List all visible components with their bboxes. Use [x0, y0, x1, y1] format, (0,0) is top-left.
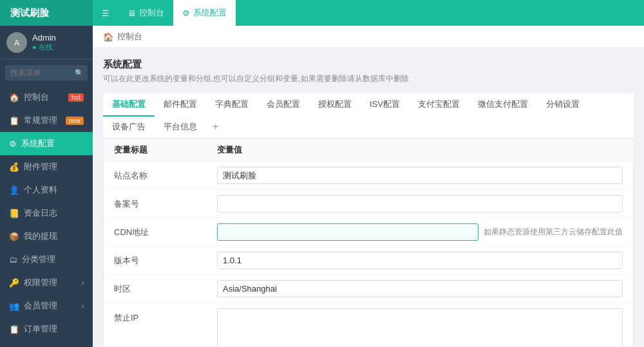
tab-member-config[interactable]: 会员配置: [258, 93, 309, 117]
form-field-cdn: 如果静态资源使用第三方云储存配置此值: [217, 223, 623, 241]
form-label-sitename: 站点名称: [114, 170, 217, 182]
chevron-right-icon2: ›: [82, 303, 84, 310]
ledger-icon: 📒: [9, 209, 19, 218]
tab-alipay[interactable]: 支付宝配置: [409, 93, 469, 117]
config-form: 变量标题 变量值 站点名称 备案号: [103, 139, 634, 347]
form-label-banip: 禁止IP: [114, 308, 217, 324]
tab-device-ads[interactable]: 设备广告: [103, 116, 155, 139]
withdraw-icon: 📦: [9, 232, 19, 241]
form-field-icp: [217, 195, 623, 212]
banip-textarea[interactable]: [217, 308, 623, 347]
search-icon: 🔍: [75, 69, 84, 77]
menu-icon: ☰: [102, 8, 109, 18]
chevron-right-icon: ›: [82, 279, 84, 286]
tab-basic[interactable]: 基础配置: [103, 93, 155, 117]
desktop-icon: 🖥: [128, 8, 136, 18]
gear-icon: ⚙: [182, 8, 190, 18]
form-label-timezone: 时区: [114, 283, 217, 295]
page-desc: 可以在此更改系统的变量和分组,也可以自定义分组和变量,如果需要删除请从数据库中删…: [103, 73, 634, 84]
form-field-version: [217, 252, 623, 269]
attachment-icon: 💰: [9, 162, 19, 172]
form-label-version: 版本号: [114, 255, 217, 267]
sidebar-item-sysconfig[interactable]: ⚙ 系统配置: [0, 132, 93, 155]
sidebar-user: A Admin ● 在线: [0, 26, 93, 60]
avatar: A: [6, 32, 27, 53]
page-title: 系统配置: [103, 59, 634, 71]
cdn-input[interactable]: [217, 223, 478, 241]
form-row-sitename: 站点名称: [104, 162, 633, 190]
cdn-hint: 如果静态资源使用第三方云储存配置此值: [484, 227, 623, 238]
tab-email[interactable]: 邮件配置: [155, 93, 206, 117]
sidebar-item-attachment[interactable]: 💰 附件管理: [0, 155, 93, 178]
sidebar-item-category[interactable]: 🗂 分类管理: [0, 248, 93, 271]
sidebar-menu: 🏠 控制台 hot 📋 常规管理 new ⚙ 系统配置: [0, 86, 93, 347]
tab-isv[interactable]: ISV配置: [361, 93, 409, 117]
sidebar-item-order[interactable]: 📋 订单管理: [0, 317, 93, 341]
topbar: 测试刷脸 ☰ 🖥 控制台 ⚙ 系统配置: [0, 0, 644, 26]
badge-new: new: [66, 117, 84, 125]
breadcrumb: 🏠 控制台: [93, 26, 644, 48]
sidebar-item-regular[interactable]: 📋 常规管理 new: [0, 109, 93, 132]
tab-add[interactable]: +: [206, 116, 225, 138]
user-icon: 👤: [9, 185, 19, 195]
order-icon: 📋: [9, 324, 19, 334]
sidebar-item-fundlog[interactable]: 📒 资金日志: [0, 202, 93, 225]
form-row-banip: 禁止IP: [104, 303, 633, 347]
breadcrumb-home-icon: 🏠: [103, 32, 113, 42]
page-content: 系统配置 可以在此更改系统的变量和分组,也可以自定义分组和变量,如果需要删除请从…: [93, 48, 644, 347]
home-icon: 🏠: [9, 93, 19, 102]
sidebar-item-withdraw[interactable]: 📦 我的提现: [0, 225, 93, 248]
form-field-banip: [217, 308, 623, 347]
brand: 测试刷脸: [0, 0, 93, 26]
key-icon: 🔑: [9, 278, 19, 288]
sidebar-item-permission[interactable]: 🔑 权限管理 ›: [0, 271, 93, 294]
form-label-icp: 备案号: [114, 198, 217, 210]
sidebar-item-finance[interactable]: 💳 财务管理: [0, 341, 93, 347]
tab-dict[interactable]: 字典配置: [206, 93, 258, 117]
sidebar-item-profile[interactable]: 👤 个人资料: [0, 178, 93, 202]
sidebar: A Admin ● 在线 🔍 🏠 控制台 hot: [0, 26, 93, 347]
form-row-version: 版本号: [104, 247, 633, 275]
form-header-row: 变量标题 变量值: [104, 139, 633, 162]
form-header-label: 变量标题: [114, 144, 217, 156]
topbar-nav-item-config[interactable]: ⚙ 系统配置: [173, 0, 236, 26]
badge-hot: hot: [68, 93, 84, 102]
form-row-cdn: CDN地址 如果静态资源使用第三方云储存配置此值: [104, 218, 633, 247]
form-label-cdn: CDN地址: [114, 227, 217, 238]
version-input[interactable]: [217, 252, 623, 269]
sidebar-search: 🔍: [0, 60, 93, 86]
form-row-icp: 备案号: [104, 190, 633, 218]
tab-wechat[interactable]: 微信支付配置: [469, 93, 537, 117]
sidebar-item-dashboard[interactable]: 🏠 控制台 hot: [0, 86, 93, 109]
members-icon: 👥: [9, 301, 19, 311]
topbar-nav-item-dashboard[interactable]: 🖥 控制台: [118, 0, 173, 26]
category-icon: 🗂: [9, 255, 17, 265]
form-row-timezone: 时区: [104, 275, 633, 303]
content-area: 🏠 控制台 系统配置 可以在此更改系统的变量和分组,也可以自定义分组和变量,如果…: [93, 26, 644, 347]
breadcrumb-text: 控制台: [117, 31, 142, 42]
config-tabs: 基础配置 邮件配置 字典配置 会员配置 授权配置 ISV配置 支付宝配置 微信支…: [103, 93, 634, 139]
settings-icon: ⚙: [9, 139, 17, 149]
form-field-sitename: [217, 167, 623, 184]
list-icon: 📋: [9, 116, 19, 126]
icp-input[interactable]: [217, 195, 623, 212]
sidebar-item-member[interactable]: 👥 会员管理 ›: [0, 294, 93, 317]
topbar-nav: ☰ 🖥 控制台 ⚙ 系统配置: [93, 0, 236, 26]
tab-platform[interactable]: 平台信息: [155, 116, 206, 139]
main-layout: A Admin ● 在线 🔍 🏠 控制台 hot: [0, 26, 644, 347]
form-field-timezone: [217, 280, 623, 297]
topbar-nav-item-menu[interactable]: ☰: [93, 0, 118, 26]
sidebar-username: Admin: [32, 33, 56, 42]
sitename-input[interactable]: [217, 167, 623, 184]
tab-auth[interactable]: 授权配置: [309, 93, 361, 117]
timezone-input[interactable]: [217, 280, 623, 297]
tab-distribution[interactable]: 分销设置: [537, 93, 589, 117]
form-header-value: 变量值: [217, 144, 623, 156]
sidebar-status: ● 在线: [32, 42, 56, 52]
